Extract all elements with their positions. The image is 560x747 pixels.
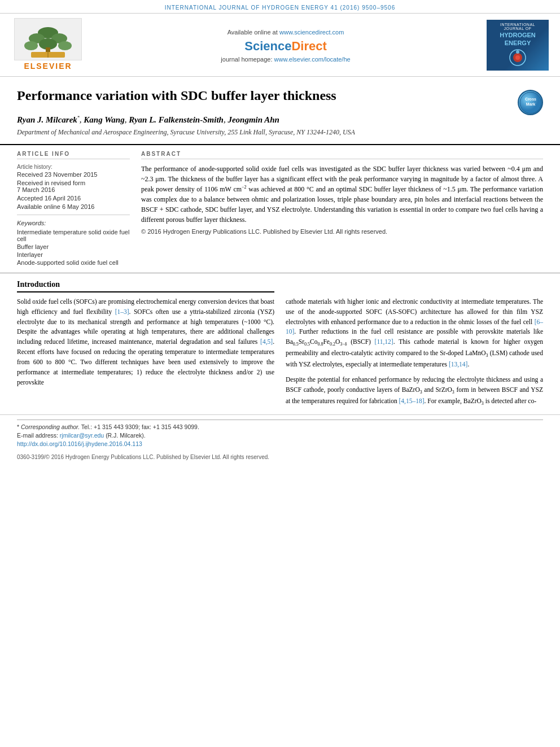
intro-right-text-2: Despite the potential for enhanced perfo… — [286, 375, 543, 407]
ref-4-15-18[interactable]: [4,15–18] — [399, 397, 425, 404]
svg-point-4 — [58, 41, 72, 50]
corresponding-author-line: * Corresponding author. Tel.: +1 315 443… — [17, 423, 543, 430]
available-online-text: Available online at www.sciencedirect.co… — [228, 28, 344, 37]
high-word: high — [17, 308, 28, 315]
intro-right-text: cathode materials with higher ionic and … — [286, 297, 543, 369]
elsevier-brand-text: ELSEVIER — [24, 60, 72, 72]
svg-text:Cross: Cross — [525, 97, 536, 101]
ref-4-5[interactable]: [4,5] — [260, 338, 273, 345]
intro-left-text: Solid oxide fuel cells (SOFCs) are promi… — [17, 297, 274, 387]
sciencedirect-url[interactable]: www.sciencedirect.com — [279, 29, 344, 36]
divider — [17, 215, 130, 215]
hydrogen-logo-graphic — [504, 49, 532, 66]
elsevier-logo-image — [14, 18, 82, 60]
keyword-4: Anode-supported solid oxide fuel cell — [17, 259, 130, 266]
introduction-heading: Introduction — [17, 280, 274, 292]
journal-homepage-url[interactable]: www.elsevier.com/locate/he — [274, 56, 351, 63]
tel-fax: Tel.: +1 315 443 9309; fax: +1 315 443 9… — [81, 423, 199, 430]
crossmark-badge: Cross Mark — [518, 90, 543, 115]
svg-point-3 — [24, 41, 38, 50]
article-info-section-title: ARTICLE INFO — [17, 151, 130, 159]
article-title: Performance variation with SDC buffer la… — [17, 87, 512, 104]
svg-text:Mark: Mark — [526, 102, 535, 106]
footnote-divider — [17, 420, 543, 420]
hydrogen-energy-logo: International Journal of HYDROGENENERGY — [487, 20, 549, 71]
journal-header-text: INTERNATIONAL JOURNAL OF HYDROGEN ENERGY… — [165, 5, 395, 11]
center-banner: Available online at www.sciencedirect.co… — [221, 28, 350, 63]
abstract-copyright: © 2016 Hydrogen Energy Publications LLC.… — [141, 228, 543, 235]
journal-homepage: journal homepage: www.elsevier.com/locat… — [221, 56, 350, 63]
keyword-2: Buffer layer — [17, 243, 130, 250]
email-link[interactable]: rjmilcar@syr.edu — [60, 432, 104, 439]
accepted-date: Accepted 16 April 2016 — [17, 195, 130, 202]
elsevier-tree-svg — [20, 26, 76, 60]
received-revised-date: Received in revised form7 March 2016 — [17, 180, 130, 193]
email-line: E-mail address: rjmilcar@syr.edu (R.J. M… — [17, 432, 543, 439]
elsevier-logo: ELSEVIER — [11, 18, 85, 72]
abstract-column: ABSTRACT The performance of anode-suppor… — [141, 151, 543, 267]
article-header: Performance variation with SDC buffer la… — [0, 77, 560, 145]
email-person: (R.J. Milcarek). — [106, 432, 146, 439]
abstract-text: The performance of anode-supported solid… — [141, 164, 543, 225]
available-online-date: Available online 6 May 2016 — [17, 203, 130, 210]
article-history-label: Article history: — [17, 164, 130, 170]
top-banner: ELSEVIER Available online at www.science… — [0, 13, 560, 77]
crossmark-icon: Cross Mark — [519, 91, 542, 114]
article-info-column: ARTICLE INFO Article history: Received 2… — [17, 151, 130, 267]
svg-point-11 — [515, 55, 520, 60]
ref-6-10[interactable]: [6–10] — [286, 318, 543, 335]
intro-right-column: cathode materials with higher ionic and … — [286, 280, 543, 408]
the-word: the — [307, 308, 315, 315]
doi-line: http://dx.doi.org/10.1016/j.ijhydene.201… — [17, 440, 543, 447]
authors: Ryan J. Milcarek*, Kang Wang, Ryan L. Fa… — [17, 115, 543, 125]
intro-left-column: Introduction Solid oxide fuel cells (SOF… — [17, 280, 274, 408]
ref-13-14[interactable]: [13,14] — [449, 361, 468, 368]
received-date: Received 23 November 2015 — [17, 171, 130, 178]
svg-point-12 — [516, 50, 519, 54]
main-content: ARTICLE INFO Article history: Received 2… — [0, 145, 560, 273]
keyword-1: Intermediate temperature solid oxide fue… — [17, 229, 130, 242]
affiliation: Department of Mechanical and Aerospace E… — [17, 128, 543, 137]
ref-1-3[interactable]: [1–3] — [115, 308, 129, 315]
introduction-section: Introduction Solid oxide fuel cells (SOF… — [0, 273, 560, 414]
abstract-section-title: ABSTRACT — [141, 151, 543, 159]
footnotes-area: * Corresponding author. Tel.: +1 315 443… — [0, 414, 560, 452]
keywords-label: Keywords: — [17, 220, 130, 226]
doi-link[interactable]: http://dx.doi.org/10.1016/j.ijhydene.201… — [17, 440, 142, 447]
keyword-3: Interlayer — [17, 251, 130, 258]
ref-11-12[interactable]: [11,12] — [375, 338, 393, 345]
sciencedirect-brand: ScienceDirect — [244, 39, 327, 54]
journal-header: INTERNATIONAL JOURNAL OF HYDROGEN ENERGY… — [0, 0, 560, 13]
copyright-footer: 0360-3199/© 2016 Hydrogen Energy Publica… — [0, 452, 560, 462]
